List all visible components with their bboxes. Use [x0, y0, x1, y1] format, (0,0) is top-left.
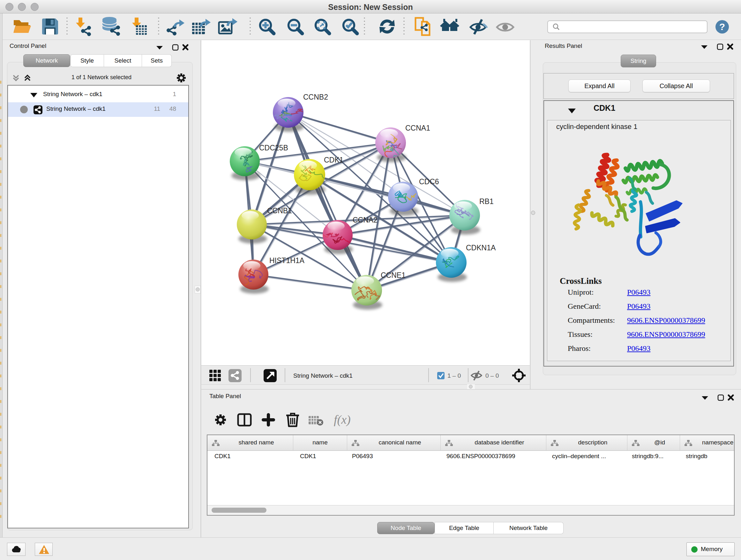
svg-text:CCNA1: CCNA1: [405, 124, 430, 132]
svg-text:CDK1: CDK1: [324, 156, 343, 164]
svg-text:CCNB2: CCNB2: [303, 93, 328, 101]
svg-text:CDC25B: CDC25B: [259, 144, 288, 152]
svg-text:CCNA2: CCNA2: [353, 216, 378, 224]
svg-text:1 – 0: 1 – 0: [448, 372, 461, 379]
svg-text:CDC6: CDC6: [419, 178, 439, 186]
svg-text:0 – 0: 0 – 0: [485, 372, 499, 379]
svg-text:HIST1H1A: HIST1H1A: [269, 256, 305, 265]
svg-text:RB1: RB1: [479, 197, 494, 206]
svg-text:f(x): f(x): [334, 413, 351, 427]
svg-text:CCNB1: CCNB1: [267, 206, 292, 215]
svg-text:CCNE1: CCNE1: [381, 271, 406, 279]
svg-text:?: ?: [719, 21, 725, 32]
svg-text:CDKN1A: CDKN1A: [466, 244, 496, 252]
svg-text:String Network – cdk1: String Network – cdk1: [293, 372, 353, 379]
